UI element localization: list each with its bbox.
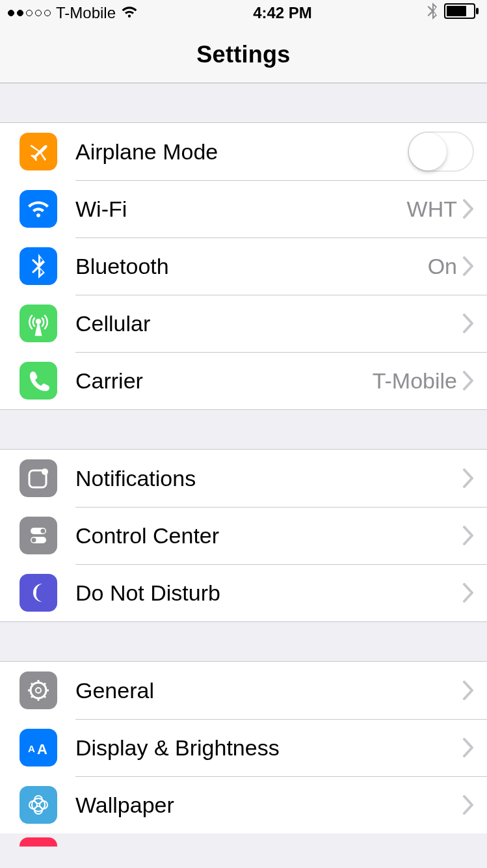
svg-point-8 (32, 538, 36, 543)
svg-rect-1 (447, 6, 466, 16)
svg-point-21 (32, 798, 45, 811)
row-label: Cellular (75, 311, 462, 336)
row-general[interactable]: General (0, 662, 487, 719)
row-label: General (75, 678, 462, 703)
page-title: Settings (196, 41, 290, 68)
chevron-right-icon (462, 526, 474, 545)
chevron-right-icon (462, 681, 474, 700)
carrier-label: T-Mobile (56, 4, 116, 22)
airplane-icon (20, 133, 57, 170)
wallpaper-icon (20, 786, 57, 824)
row-cellular[interactable]: Cellular (0, 295, 487, 352)
row-value: On (428, 254, 457, 279)
control-center-icon (20, 517, 57, 554)
signal-strength-dots (8, 10, 51, 16)
svg-point-10 (36, 688, 41, 693)
row-value: T-Mobile (373, 368, 457, 394)
chevron-right-icon (462, 795, 474, 815)
settings-group-general: General AA Display & Brightness Wallpape… (0, 661, 487, 834)
svg-rect-2 (476, 8, 479, 14)
svg-text:A: A (28, 743, 35, 754)
row-carrier[interactable]: Carrier T-Mobile (0, 352, 487, 409)
row-label: Wallpaper (75, 793, 462, 818)
status-bar: T-Mobile 4:42 PM (0, 0, 487, 26)
chevron-right-icon (462, 314, 474, 333)
row-label: Notifications (75, 466, 462, 491)
status-time: 4:42 PM (253, 4, 312, 22)
moon-icon (20, 574, 57, 612)
row-do-not-disturb[interactable]: Do Not Disturb (0, 564, 487, 621)
battery-icon (444, 3, 479, 23)
row-bluetooth[interactable]: Bluetooth On (0, 237, 487, 295)
row-value: WHT (407, 197, 457, 222)
bluetooth-icon (20, 247, 57, 285)
nav-bar: Settings (0, 26, 487, 83)
row-airplane-mode[interactable]: Airplane Mode (0, 123, 487, 180)
bluetooth-icon (427, 3, 438, 23)
row-control-center[interactable]: Control Center (0, 507, 487, 564)
svg-point-4 (42, 468, 48, 475)
notifications-icon (20, 459, 57, 497)
gear-icon (20, 671, 57, 709)
svg-line-17 (31, 696, 33, 698)
settings-group-alerts: Notifications Control Center Do Not Dist… (0, 449, 487, 622)
wifi-icon (20, 190, 57, 228)
row-label: Do Not Disturb (75, 580, 462, 606)
display-icon: AA (20, 729, 57, 766)
chevron-right-icon (462, 199, 474, 219)
sounds-icon-peek (20, 837, 57, 847)
row-display-brightness[interactable]: AA Display & Brightness (0, 719, 487, 776)
status-right (427, 3, 479, 23)
chevron-right-icon (462, 468, 474, 488)
settings-group-connectivity: Airplane Mode Wi-Fi WHT Bluetooth On Cel… (0, 122, 487, 410)
chevron-right-icon (462, 738, 474, 757)
status-left: T-Mobile (8, 4, 138, 22)
row-notifications[interactable]: Notifications (0, 450, 487, 507)
svg-text:A: A (37, 741, 47, 757)
chevron-right-icon (462, 256, 474, 276)
chevron-right-icon (462, 583, 474, 603)
svg-line-15 (31, 683, 33, 685)
row-label: Bluetooth (75, 254, 428, 279)
svg-point-6 (41, 529, 46, 534)
row-label: Wi-Fi (75, 197, 407, 222)
row-label: Airplane Mode (75, 139, 408, 165)
svg-line-18 (44, 683, 46, 685)
cellular-icon (20, 305, 57, 342)
airplane-toggle[interactable] (408, 131, 474, 172)
row-peek-next (0, 834, 487, 847)
row-label: Control Center (75, 523, 462, 549)
svg-line-16 (44, 696, 46, 698)
row-label: Carrier (75, 368, 373, 394)
chevron-right-icon (462, 371, 474, 390)
wifi-icon (121, 4, 138, 22)
phone-icon (20, 362, 57, 400)
row-wifi[interactable]: Wi-Fi WHT (0, 180, 487, 237)
row-wallpaper[interactable]: Wallpaper (0, 776, 487, 834)
row-label: Display & Brightness (75, 735, 462, 761)
